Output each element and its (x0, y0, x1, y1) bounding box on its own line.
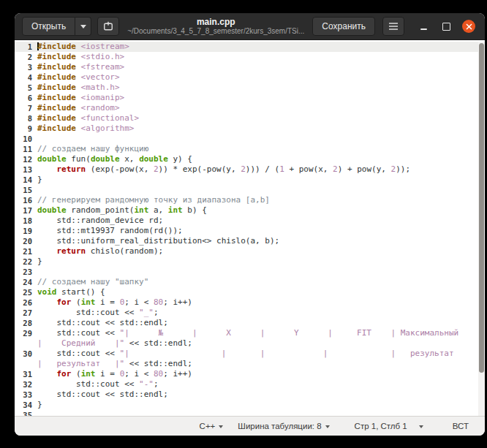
code-line: #include <fstream> (36, 62, 485, 72)
code-line: for (int i = 0; i < 80; i++) (36, 297, 485, 308)
code-row[interactable]: 25void start() { (15, 287, 485, 297)
code-token: <random> (81, 103, 120, 113)
code-row[interactable]: 13 return (exp(-pow(x, 2)) * exp(-pow(y,… (15, 164, 485, 175)
code-line: std::cout << "| № | X | Y | FIT | Максим… (36, 328, 485, 338)
line-number: 6 (15, 93, 36, 103)
tab-width-selector[interactable]: Ширина табуляции: 8 (238, 422, 329, 430)
goto-line-dropdown[interactable] (419, 425, 423, 428)
code-row[interactable]: | Средний |" << std::endl; (15, 338, 485, 349)
code-row[interactable]: 6#include <iomanip> (15, 93, 485, 103)
vertical-scrollbar[interactable] (478, 42, 485, 416)
statusbar: C++ Ширина табуляции: 8 Стр 1, Стлб 1 ВС… (15, 416, 485, 436)
code-row[interactable]: 24// создаем нашу "шапку" (15, 277, 485, 287)
code-row[interactable]: 16// генерируем рандомную точку из диапа… (15, 195, 485, 205)
code-line: #include <stdio.h> (36, 52, 485, 62)
code-row[interactable]: 7#include <random> (15, 103, 485, 113)
code-row[interactable]: 35 (15, 410, 485, 416)
language-selector[interactable]: C++ (200, 422, 224, 430)
code-row[interactable]: 18 std::random_device rd; (15, 216, 485, 226)
line-number: 14 (15, 175, 36, 185)
code-line (36, 267, 485, 277)
language-label: C++ (200, 422, 216, 430)
code-row[interactable]: 19 std::mt19937 random(rd()); (15, 226, 485, 236)
code-row[interactable]: 5#include <math.h> (15, 83, 485, 93)
line-number: 13 (15, 164, 36, 175)
code-line: return chislo(random); (36, 246, 485, 257)
code-row[interactable]: 32 std::cout << "-"; (15, 379, 485, 390)
code-row[interactable]: 2#include <stdio.h> (15, 52, 485, 62)
code-token: ; (154, 308, 159, 317)
code-row[interactable]: 15 (15, 185, 485, 195)
code-row[interactable]: 4#include <vector> (15, 72, 485, 83)
close-icon (462, 20, 475, 33)
open-dropdown-button[interactable] (75, 17, 91, 36)
code-token: #include (37, 42, 76, 51)
code-token: for (57, 369, 72, 379)
code-token: void (37, 287, 57, 297)
headerbar-right: Сохранить (312, 17, 477, 36)
code-row[interactable]: 21 return chislo(random); (15, 246, 485, 257)
editor-area[interactable]: 1#include <iostream>2#include <stdio.h>3… (15, 40, 485, 416)
code-row[interactable]: 33 std::cout << std::endl; (15, 390, 485, 400)
code-token: #include (37, 52, 76, 61)
line-number: 8 (15, 113, 36, 124)
code-token: 2 (333, 164, 338, 174)
code-token: b) { (183, 205, 207, 215)
cursor-position[interactable]: Стр 1, Стлб 1 (355, 422, 407, 430)
save-button[interactable]: Сохранить (312, 17, 375, 36)
code-token: #include (37, 124, 76, 133)
code-row[interactable]: 14} (15, 175, 485, 185)
code-token: )) * exp(-pow(y, (159, 164, 241, 174)
code-token: } (37, 400, 42, 409)
code-row[interactable]: 26 for (int i = 0; i < 80; i++) (15, 297, 485, 308)
code-row[interactable]: 20 std::uniform_real_distribution<> chis… (15, 236, 485, 246)
code-row[interactable]: 8#include <functional> (15, 113, 485, 124)
code-line: | результат |" << std::endl; (36, 359, 485, 369)
code-row[interactable]: 10 (15, 134, 485, 144)
code-row[interactable]: | результат |" << std::endl; (15, 359, 485, 369)
code-line: #include <functional> (36, 113, 485, 124)
code-row[interactable]: 23 (15, 267, 485, 277)
code-token: // создаем нашу "шапку" (37, 277, 148, 286)
code-token: chislo(random); (86, 246, 163, 256)
line-number: 3 (15, 62, 36, 72)
maximize-button[interactable] (437, 18, 455, 35)
code-token: y) { (168, 154, 192, 164)
close-button[interactable] (460, 18, 477, 35)
code-row[interactable]: 30 std::cout << "| | | | | результат (15, 349, 485, 359)
code-row[interactable]: 22} (15, 257, 485, 267)
code-token (76, 113, 81, 123)
code-token: return (57, 246, 86, 256)
open-split-button: Открыть (22, 17, 91, 36)
code-row[interactable]: 17double random_point(int a, int b) { (15, 205, 485, 216)
code-row[interactable]: 31 for (int i = 0; i < 80; i++) (15, 369, 485, 379)
insert-mode-label: ВСТ (453, 422, 469, 430)
code-token: 2 (154, 164, 159, 174)
chevron-down-icon (80, 25, 86, 29)
code-token: #include (37, 83, 76, 92)
cursor-position-label: Стр 1, Стлб 1 (355, 422, 407, 430)
line-number: 16 (15, 195, 36, 205)
code-row[interactable]: 12double fun(double x, double y) { (15, 154, 485, 164)
code-row[interactable]: 9#include <algorithm> (15, 124, 485, 134)
code-token (76, 124, 81, 133)
code-row[interactable]: 28 std::cout << std::endl; (15, 318, 485, 328)
code-row[interactable]: 27 std::cout << "_"; (15, 308, 485, 318)
line-number: 11 (15, 144, 36, 154)
menu-button[interactable] (382, 17, 404, 36)
line-number: 25 (15, 287, 36, 297)
code-line: #include <math.h> (36, 83, 485, 93)
code-row[interactable]: 3#include <fstream> (15, 62, 485, 72)
minimize-button[interactable] (415, 18, 432, 35)
line-number: 35 (15, 410, 36, 416)
open-button[interactable]: Открыть (22, 17, 75, 36)
scrollbar-thumb[interactable] (479, 43, 484, 373)
code-row[interactable]: 11// создаем нашу функцию (15, 144, 485, 154)
maximize-icon (442, 23, 450, 31)
new-document-button[interactable] (97, 17, 119, 36)
code-token: 2 (241, 164, 246, 174)
code-row[interactable]: 29 std::cout << "| № | X | Y | FIT | Мак… (15, 328, 485, 338)
code-row[interactable]: 1#include <iostream> (15, 42, 485, 52)
code-row[interactable]: 34} (15, 400, 485, 410)
line-number: 20 (15, 236, 36, 246)
